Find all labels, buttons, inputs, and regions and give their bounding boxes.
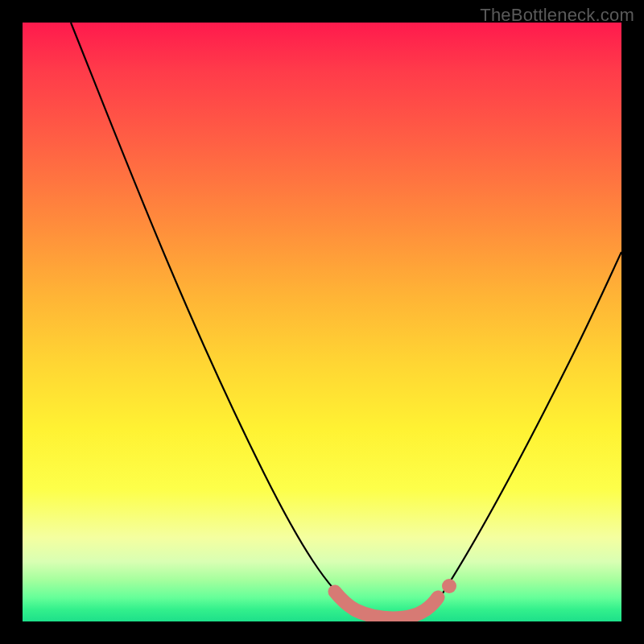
curve-layer xyxy=(23,23,621,621)
chart-frame: TheBottleneck.com xyxy=(0,0,644,644)
highlight-dot xyxy=(442,579,456,593)
highlight-band xyxy=(335,592,438,618)
bottleneck-curve xyxy=(71,23,621,617)
watermark-text: TheBottleneck.com xyxy=(480,5,634,26)
plot-area xyxy=(23,23,621,621)
